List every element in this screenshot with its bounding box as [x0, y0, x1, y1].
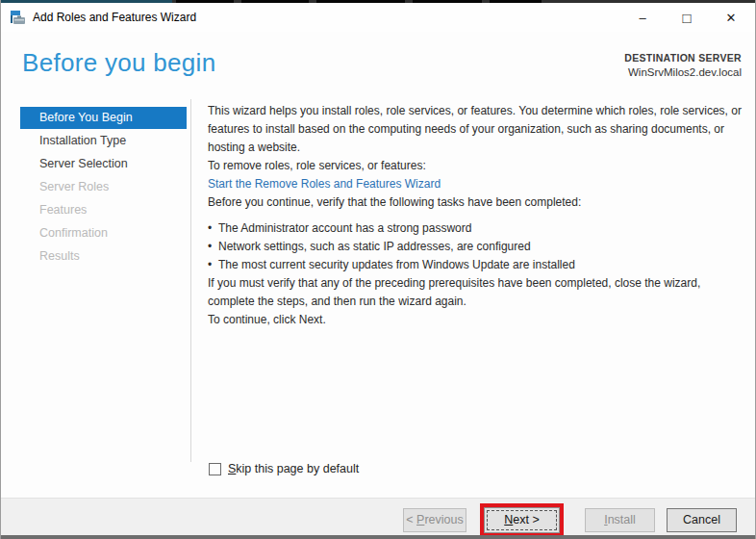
destination-server-block: DESTINATION SERVER WinSrvMilos2.dev.loca… [624, 51, 742, 80]
cancel-button[interactable]: Cancel [667, 508, 737, 532]
bullet-icon: • [208, 219, 218, 238]
list-item-text: The most current security updates from W… [218, 256, 575, 274]
remove-line: To remove roles, role services, or featu… [208, 157, 743, 175]
remove-wizard-link[interactable]: Start the Remove Roles and Features Wiza… [208, 175, 743, 193]
window-controls: – □ ✕ [620, 3, 753, 32]
highlight-annotation: Next > [480, 503, 564, 537]
sidebar-item-results: Results [20, 244, 187, 268]
intro-paragraph: This wizard helps you install roles, rol… [208, 102, 743, 157]
page-content: This wizard helps you install roles, rol… [208, 102, 743, 329]
wizard-window: Add Roles and Features Wizard – □ ✕ Befo… [0, 0, 756, 539]
sidebar-item-installation-type[interactable]: Installation Type [20, 129, 187, 152]
window-title: Add Roles and Features Wizard [33, 11, 196, 24]
minimize-button[interactable]: – [620, 3, 665, 32]
sidebar-item-server-roles: Server Roles [20, 175, 187, 198]
sidebar-item-features: Features [20, 198, 187, 221]
next-button[interactable]: Next > [484, 507, 560, 533]
bullet-icon: • [208, 256, 218, 274]
list-item: • The most current security updates from… [208, 256, 743, 274]
bullet-icon: • [208, 238, 218, 256]
destination-server-label: DESTINATION SERVER [624, 51, 742, 65]
title-bar: Add Roles and Features Wizard – □ ✕ [1, 3, 755, 32]
sidebar-item-before-you-begin[interactable]: Before You Begin [20, 107, 187, 129]
window-bottom-border [1, 535, 755, 539]
list-item-text: Network settings, such as static IP addr… [218, 238, 531, 256]
previous-button: < Previous [403, 508, 466, 532]
close-button[interactable]: ✕ [709, 3, 753, 32]
list-item: • The Administrator account has a strong… [208, 219, 743, 238]
prereq-paragraph: If you must verify that any of the prece… [208, 274, 743, 311]
install-button: Install [585, 508, 655, 532]
prerequisite-list: • The Administrator account has a strong… [208, 219, 743, 274]
maximize-button[interactable]: □ [665, 3, 709, 32]
destination-server-name: WinSrvMilos2.dev.local [624, 65, 742, 80]
sidebar-item-server-selection[interactable]: Server Selection [20, 152, 187, 175]
wizard-app-icon [10, 10, 26, 26]
verify-line: Before you continue, verify that the fol… [208, 193, 743, 212]
page-title: Before you begin [22, 48, 215, 78]
list-item: • Network settings, such as static IP ad… [208, 238, 743, 256]
skip-page-checkbox[interactable] [209, 463, 221, 475]
sidebar-separator [190, 99, 191, 462]
continue-line: To continue, click Next. [208, 311, 743, 329]
skip-page-option: Skip this page by default [209, 462, 359, 475]
sidebar-item-confirmation: Confirmation [20, 221, 187, 244]
list-item-text: The Administrator account has a strong p… [218, 219, 471, 238]
wizard-steps-nav: Before You Begin Installation Type Serve… [20, 107, 187, 268]
skip-page-label[interactable]: Skip this page by default [228, 462, 359, 475]
